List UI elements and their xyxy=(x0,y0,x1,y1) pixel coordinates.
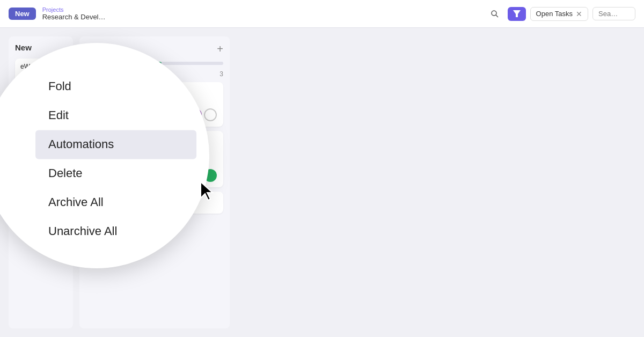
header: New Projects Research & Devel… Open Task… xyxy=(0,0,644,28)
header-right: Open Tasks ✕ xyxy=(486,5,635,23)
breadcrumb-projects[interactable]: Projects xyxy=(42,6,106,13)
context-menu: Fold Edit Automations Delete Archive All… xyxy=(35,72,196,246)
svg-line-1 xyxy=(496,15,498,17)
svg-point-0 xyxy=(492,11,496,16)
open-tasks-label: Open Tasks xyxy=(536,10,573,18)
board: New eW Usa… 10/1… → 1 ☆ Unit… 10/16/2… 5… xyxy=(0,28,644,337)
search-input[interactable] xyxy=(592,7,635,20)
menu-item-unarchive-all[interactable]: Unarchive All xyxy=(35,217,196,246)
menu-item-archive-all[interactable]: Archive All xyxy=(35,188,196,217)
open-tasks-badge: Open Tasks ✕ xyxy=(530,7,588,21)
search-icon-button[interactable] xyxy=(486,5,503,23)
in-progress-add-button[interactable]: + xyxy=(217,43,223,55)
breadcrumb: Projects Research & Devel… xyxy=(42,6,106,21)
menu-item-edit[interactable]: Edit xyxy=(35,101,196,130)
svg-marker-2 xyxy=(513,10,521,17)
toggle-ip1[interactable] xyxy=(204,108,217,121)
breadcrumb-project-name[interactable]: Research & Devel… xyxy=(42,13,106,21)
menu-item-fold[interactable]: Fold xyxy=(35,72,196,101)
filter-close-button[interactable]: ✕ xyxy=(576,10,582,18)
context-menu-overlay: Fold Edit Automations Delete Archive All… xyxy=(0,43,209,268)
new-badge[interactable]: New xyxy=(9,8,36,20)
filter-button[interactable] xyxy=(508,7,526,21)
menu-item-automations[interactable]: Automations xyxy=(35,130,196,159)
menu-item-delete[interactable]: Delete xyxy=(35,159,196,188)
